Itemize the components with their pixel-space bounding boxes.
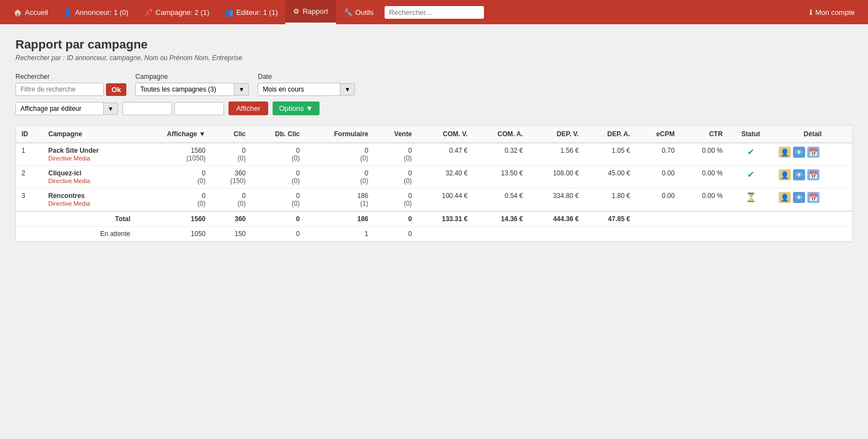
filter-date-label: Date	[258, 73, 355, 81]
cell-campaign-2: Cliquez-ici Directive Media	[42, 166, 136, 189]
action-icons-1: 👤 👁 📅	[779, 147, 846, 158]
total-vente: 0	[374, 211, 418, 227]
nav-account-label: Mon compte	[815, 8, 855, 17]
table-row: 1 Pack Site Under Directive Media 1560 (…	[16, 143, 852, 166]
nav-accueil[interactable]: 🏠 Accueil	[6, 0, 56, 24]
page-subtitle: Rechercher par : ID annonceur, campagne,…	[15, 54, 853, 62]
person-icon-2[interactable]: 👤	[779, 169, 791, 180]
eye-icon-3[interactable]: 👁	[793, 192, 805, 203]
ok-button[interactable]: Ok	[106, 83, 126, 96]
table-row: 3 Rencontres Directive Media 0 (0) 0 (0)	[16, 189, 852, 212]
campaign-media-3[interactable]: Directive Media	[48, 200, 90, 207]
col-com-a: COM. A.	[473, 126, 528, 143]
attente-clic: 150	[211, 227, 251, 242]
pin-icon: 📌	[144, 8, 153, 17]
affich-sub-1: (1050)	[141, 154, 205, 162]
cell-clic-1: 0 (0)	[211, 143, 251, 166]
cell-ctr-2: 0.00 %	[680, 166, 728, 189]
filter-campaign-group: Campagne Toutes les campagnes (3) ▼	[135, 73, 249, 96]
action-icons-3: 👤 👁 📅	[779, 192, 846, 203]
date-to-input[interactable]: 16-02-2018	[174, 102, 224, 115]
col-ctr: CTR	[680, 126, 728, 143]
info-icon: ℹ	[810, 8, 812, 17]
cell-statut-3: ⏳	[728, 189, 774, 212]
cell-dbclic-3: 0 (0)	[251, 189, 305, 212]
campaign-dropdown-arrow[interactable]: ▼	[235, 83, 249, 95]
nav-account[interactable]: ℹ Mon compte	[802, 8, 862, 17]
campaign-name-3: Rencontres	[48, 192, 130, 200]
total-label: Total	[16, 211, 136, 227]
campaign-media-1[interactable]: Directive Media	[48, 155, 90, 162]
cell-depa-2: 45.00 €	[584, 166, 636, 189]
nav-rapport[interactable]: ⚙ Rapport	[285, 0, 336, 24]
cell-ecpm-2: 0.00	[636, 166, 680, 189]
campaign-select[interactable]: Toutes les campagnes (3)	[135, 83, 235, 96]
nav-editeur[interactable]: 👥 Editeur: 1 (1)	[217, 0, 285, 24]
afficher-button[interactable]: Afficher	[228, 101, 268, 115]
cell-detail-3: 👤 👁 📅	[773, 189, 852, 212]
filters-row-2: Affichage par éditeur ▼ 01-02-2018 16-02…	[15, 101, 853, 115]
nav-outils[interactable]: 🔧 Outils	[336, 0, 381, 24]
cell-id-1: 1	[16, 143, 42, 166]
page-title: Rapport par campagne	[15, 38, 853, 52]
nav-campagne[interactable]: 📌 Campagne: 2 (1)	[136, 0, 217, 24]
search-input[interactable]	[15, 83, 104, 96]
attente-affich: 1050	[136, 227, 211, 242]
filters-row-1: Rechercher Ok Campagne Toutes les campag…	[15, 73, 853, 96]
cell-affich-2: 0 (0)	[136, 166, 211, 189]
display-by-wrap: Affichage par éditeur ▼	[15, 102, 118, 115]
col-statut: Statut	[728, 126, 774, 143]
cell-form-3: 186 (1)	[305, 189, 374, 212]
cell-affich-3: 0 (0)	[136, 189, 211, 212]
cell-depv-2: 108.00 €	[529, 166, 584, 189]
col-id: ID	[16, 126, 42, 143]
cell-vente-3: 0 (0)	[374, 189, 418, 212]
cell-clic-2: 360 (150)	[211, 166, 251, 189]
report-table-wrap: ID Campagne Affichage ▼ Clic Db. Clic Fo…	[15, 125, 853, 242]
col-clic: Clic	[211, 126, 251, 143]
display-by-arrow[interactable]: ▼	[104, 103, 118, 115]
person-icon-3[interactable]: 👤	[779, 192, 791, 203]
col-dep-v: DEP. V.	[529, 126, 584, 143]
options-button[interactable]: Options ▼	[273, 101, 319, 115]
col-campagne: Campagne	[42, 126, 136, 143]
navbar: 🏠 Accueil 👤 Annonceur: 1 (0) 📌 Campagne:…	[0, 0, 868, 24]
cell-ctr-1: 0.00 %	[680, 143, 728, 166]
campaign-select-wrap: Toutes les campagnes (3) ▼	[135, 83, 249, 96]
group-icon: 👥	[225, 8, 233, 17]
col-detail: Détail	[773, 126, 852, 143]
check-icon-1: ✔	[747, 147, 754, 157]
wrench-icon: 🔧	[344, 8, 353, 17]
cell-depa-1: 1.05 €	[584, 143, 636, 166]
filter-date-group: Date Mois en cours ▼	[258, 73, 355, 96]
total-coma: 14.36 €	[473, 211, 528, 227]
date-from-input[interactable]: 01-02-2018	[123, 102, 172, 115]
calendar-icon-3[interactable]: 📅	[807, 192, 819, 203]
nav-search-input[interactable]	[385, 6, 484, 19]
display-by-select[interactable]: Affichage par éditeur	[15, 102, 104, 115]
eye-icon-2[interactable]: 👁	[793, 169, 805, 180]
home-icon: 🏠	[13, 8, 22, 17]
person-icon-1[interactable]: 👤	[779, 147, 791, 158]
filter-search-row: Ok	[15, 83, 126, 96]
calendar-icon-2[interactable]: 📅	[807, 169, 819, 180]
filter-search-group: Rechercher Ok	[15, 73, 126, 96]
cell-statut-2: ✔	[728, 166, 774, 189]
nav-annonceur[interactable]: 👤 Annonceur: 1 (0)	[56, 0, 136, 24]
gear-icon: ⚙	[293, 7, 300, 15]
cell-form-1: 0 (0)	[305, 143, 374, 166]
cell-form-2: 0 (0)	[305, 166, 374, 189]
total-depa: 47.85 €	[584, 211, 636, 227]
date-preset-arrow[interactable]: ▼	[340, 83, 355, 95]
total-clic: 360	[211, 211, 251, 227]
cell-dbclic-1: 0 (0)	[251, 143, 305, 166]
attente-row: En attente 1050 150 0 1 0	[16, 227, 852, 242]
cell-detail-1: 👤 👁 📅	[773, 143, 852, 166]
campaign-media-2[interactable]: Directive Media	[48, 178, 90, 184]
eye-icon-1[interactable]: 👁	[793, 147, 805, 158]
calendar-icon-1[interactable]: 📅	[807, 147, 819, 158]
date-preset-select[interactable]: Mois en cours	[258, 83, 340, 96]
col-dbclic: Db. Clic	[251, 126, 305, 143]
main-content: Rapport par campagne Rechercher par : ID…	[0, 24, 868, 439]
filter-search-label: Rechercher	[15, 73, 126, 81]
